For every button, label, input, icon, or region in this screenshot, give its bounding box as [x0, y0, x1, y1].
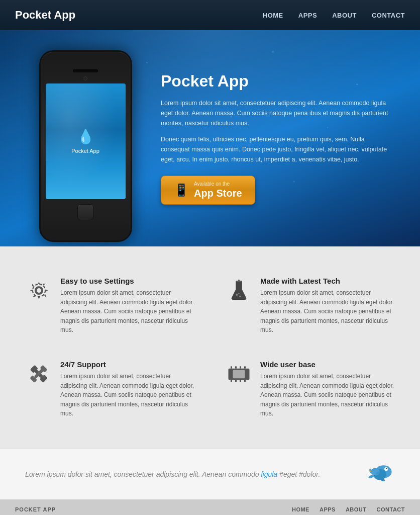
- social-text-before: Lorem ipsum dolor sit amet, consectetuer…: [25, 470, 261, 478]
- social-text: Lorem ipsum dolor sit amet, consectetuer…: [25, 470, 320, 478]
- footer-nav-home[interactable]: HOME: [292, 506, 309, 512]
- svg-rect-20: [240, 380, 241, 382]
- svg-point-5: [238, 293, 239, 294]
- feature-settings-title: Easy to use Settings: [60, 277, 195, 285]
- feature-settings-desc: Lorem ipsum dolor sit amet, consectetuer…: [60, 288, 195, 335]
- flask-icon: [225, 277, 253, 304]
- nav-apps[interactable]: APPS: [298, 12, 317, 19]
- footer-nav-contact[interactable]: CONTACT: [377, 506, 405, 512]
- social-text-after: #eget #dolor.: [277, 470, 320, 478]
- svg-point-1: [33, 284, 45, 297]
- svg-point-4: [239, 296, 241, 297]
- header-logo: Pocket App: [15, 9, 75, 22]
- feature-support-desc: Lorem ipsum dolor sit amet, consectetuer…: [60, 372, 195, 418]
- gear-icon: [25, 277, 53, 304]
- phone-device: 💧 Pocket App: [39, 50, 132, 242]
- header: Pocket App HOME APPS ABOUT CONTACT: [0, 0, 420, 30]
- svg-rect-22: [233, 370, 245, 379]
- app-store-text: Available on the App Store: [194, 181, 242, 199]
- svg-rect-19: [235, 380, 237, 382]
- svg-rect-17: [244, 366, 246, 369]
- feature-support-text: 24/7 Support Lorem ipsum dolor sit amet,…: [60, 360, 195, 418]
- feature-settings-text: Easy to use Settings Lorem ipsum dolor s…: [60, 277, 195, 335]
- hero-paragraph-1: Lorem ipsum dolor sit amet, consectetuer…: [161, 98, 395, 128]
- feature-users-title: Wide user base: [260, 360, 395, 369]
- phone-mockup: 💧 Pocket App: [20, 50, 151, 242]
- users-icon: [225, 360, 253, 388]
- app-store-button[interactable]: 📱 Available on the App Store: [161, 176, 255, 205]
- footer: POCKET APP HOME APPS ABOUT CONTACT: [0, 499, 420, 515]
- hero-content: Pocket App Lorem ipsum dolor sit amet, c…: [151, 62, 420, 215]
- nav-home[interactable]: HOME: [263, 12, 283, 19]
- svg-point-2: [36, 288, 42, 293]
- header-nav: HOME APPS ABOUT CONTACT: [263, 12, 405, 19]
- feature-users-desc: Lorem ipsum dolor sit amet, consectetuer…: [260, 372, 395, 418]
- hero-section: 💧 Pocket App Pocket App Lorem ipsum dolo…: [0, 30, 420, 246]
- hero-paragraph-2: Donec quam felis, ultricies nec, pellent…: [161, 134, 395, 164]
- app-store-large-text: App Store: [194, 187, 242, 199]
- feature-tech-text: Made with Latest Tech Lorem ipsum dolor …: [260, 277, 395, 335]
- nav-about[interactable]: ABOUT: [332, 12, 357, 19]
- feature-users: Wide user base Lorem ipsum dolor sit ame…: [225, 360, 395, 418]
- feature-support-title: 24/7 Support: [60, 360, 195, 369]
- footer-nav: HOME APPS ABOUT CONTACT: [292, 506, 405, 512]
- svg-point-27: [386, 468, 387, 469]
- svg-point-6: [238, 280, 240, 281]
- phone-screen: 💧 Pocket App: [46, 83, 126, 199]
- app-store-icon: 📱: [174, 183, 189, 197]
- feature-tech-title: Made with Latest Tech: [260, 277, 395, 285]
- app-store-small-text: Available on the: [194, 181, 242, 187]
- svg-rect-14: [231, 366, 232, 369]
- phone-home-button: [77, 204, 93, 220]
- feature-tech: Made with Latest Tech Lorem ipsum dolor …: [225, 277, 395, 335]
- svg-rect-21: [244, 380, 246, 382]
- social-link[interactable]: ligula: [261, 470, 278, 478]
- phone-screen-label: Pocket App: [71, 148, 99, 154]
- svg-point-3: [236, 294, 238, 296]
- svg-rect-16: [240, 366, 241, 369]
- svg-rect-18: [231, 380, 232, 382]
- features-section: Easy to use Settings Lorem ipsum dolor s…: [0, 246, 420, 449]
- feature-tech-desc: Lorem ipsum dolor sit amet, consectetuer…: [260, 288, 395, 335]
- footer-brand: POCKET APP: [15, 506, 56, 512]
- feature-users-text: Wide user base Lorem ipsum dolor sit ame…: [260, 360, 395, 418]
- social-bar: Lorem ipsum dolor sit amet, consectetuer…: [0, 449, 420, 499]
- phone-camera: [83, 76, 87, 80]
- footer-nav-about[interactable]: ABOUT: [346, 506, 367, 512]
- feature-settings: Easy to use Settings Lorem ipsum dolor s…: [25, 277, 195, 335]
- footer-nav-apps[interactable]: APPS: [320, 506, 336, 512]
- feature-support: 24/7 Support Lorem ipsum dolor sit amet,…: [25, 360, 195, 418]
- twitter-bird-icon: [365, 462, 395, 487]
- wrench-icon: [25, 360, 53, 388]
- svg-rect-15: [235, 366, 237, 369]
- hero-title: Pocket App: [161, 72, 395, 91]
- phone-speaker: [73, 69, 98, 72]
- phone-screen-icon: 💧: [77, 128, 94, 145]
- nav-contact[interactable]: CONTACT: [372, 12, 405, 19]
- features-grid: Easy to use Settings Lorem ipsum dolor s…: [25, 277, 395, 418]
